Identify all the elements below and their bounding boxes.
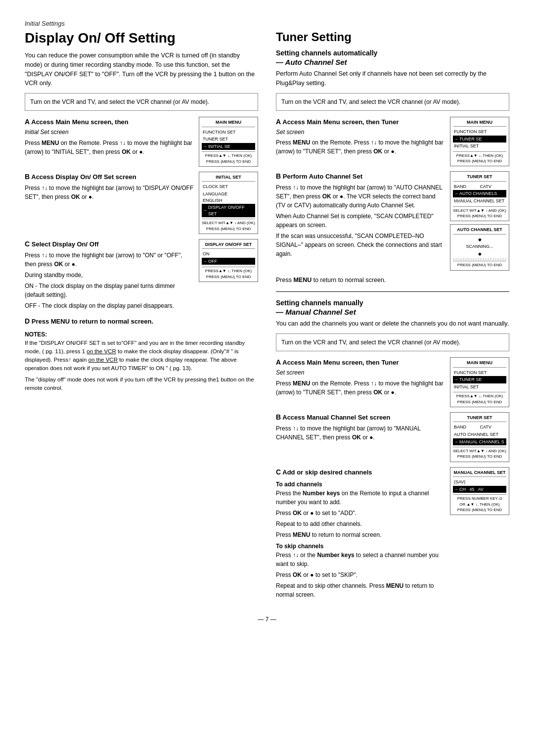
auto-step-a-text: A Access Main Menu screen, then TunerSet…: [276, 117, 445, 158]
auto-scanning-note: Press MENU to return to normal screen.: [276, 276, 509, 285]
manual-step-a-text: A Access Main Menu screen, then TunerSet…: [276, 357, 445, 399]
auto-screen-scanning: AUTO CHANNEL SET ◆ SCANNING... ◆ PRESS (…: [450, 224, 509, 271]
auto-screen-b: TUNER SET BAND CATV AUTO CHANNELS MANUAL…: [450, 171, 509, 221]
auto-info-box: Turn on the VCR and TV, and select the V…: [276, 93, 509, 111]
right-column: Tuner Setting Setting channels automatic…: [276, 30, 509, 606]
manual-step-a: A Access Main Menu screen, then TunerSet…: [276, 357, 509, 407]
auto-step-b: B Perform Auto Channel Set Press ↑↓ to m…: [276, 171, 509, 270]
left-step-b-text: B Access Display On/ Off Set screen Pres…: [25, 172, 194, 203]
manual-screen-b: TUNER SET BAND CATV AUTO CHANNEL SET MAN…: [450, 412, 509, 462]
left-step-a: A Access Main Menu screen, thenInitial S…: [25, 117, 258, 167]
left-screen-b: INITIAL SET CLOCK SET LANGUAGE ENGLISH D…: [199, 172, 258, 234]
manual-subheading: — Manual Channel Set: [276, 308, 509, 316]
left-screen-c: DISPLAY ON/OFF SET ON OFF PRESS▲▼ ↓, THE…: [199, 239, 258, 282]
manual-heading: Setting channels manually: [276, 299, 509, 307]
manual-channel-section: Setting channels manually — Manual Chann…: [276, 299, 509, 601]
left-step-d: D Press MENU to return to normal screen.: [25, 317, 258, 325]
left-step-a-text: A Access Main Menu screen, thenInitial S…: [25, 117, 194, 158]
left-info-box: Turn on the VCR and TV, and select the V…: [25, 93, 258, 111]
manual-screen-a: MAIN MENU FUNCTION SET TUNER SE INITIAL …: [450, 357, 509, 407]
page-wrapper: Initial Settings Display On/ Off Setting…: [25, 20, 509, 623]
left-title: Display On/ Off Setting: [25, 30, 258, 46]
page-header: Initial Settings: [25, 20, 509, 27]
left-step-c: C Select Display On/ Off Press ↑↓ to mov…: [25, 239, 258, 312]
to-add-section: To add channels Press the Number keys on…: [276, 480, 445, 539]
left-screen-a: MAIN MENU FUNCTION SET TUNER SET INITIAL…: [199, 117, 258, 167]
manual-step-c-text: C Add or skip desired channels To add ch…: [276, 467, 445, 601]
left-column: Display On/ Off Setting You can reduce t…: [25, 30, 258, 392]
page-footer: — 7 —: [25, 616, 509, 623]
section-divider: [276, 291, 509, 292]
left-step-c-text: C Select Display On/ Off Press ↑↓ to mov…: [25, 239, 194, 312]
manual-screen-c: MANUAL CHANNEL SET (SAV) CH 45 AV PRESS …: [450, 467, 509, 515]
auto-subheading: — Auto Channel Set: [276, 58, 509, 66]
left-step-b: B Access Display On/ Off Set screen Pres…: [25, 172, 258, 234]
left-intro: You can reduce the power consumption whi…: [25, 51, 258, 88]
manual-step-c: C Add or skip desired channels To add ch…: [276, 467, 509, 601]
to-skip-section: To skip channels Press ↑↓ or the Number …: [276, 542, 445, 599]
auto-intro: Perform Auto Channel Set only if channel…: [276, 69, 509, 88]
auto-screen-a: MAIN MENU FUNCTION SET TUNER SE INITIAL …: [450, 117, 509, 167]
manual-step-b-text: B Access Manual Channel Set screen Press…: [276, 412, 445, 444]
left-notes: NOTES: If the "DISPLAY ON/OFF SET is set…: [25, 330, 258, 393]
auto-channel-section: Setting channels automatically — Auto Ch…: [276, 49, 509, 284]
auto-step-b-text: B Perform Auto Channel Set Press ↑↓ to m…: [276, 171, 445, 260]
auto-heading: Setting channels automatically: [276, 49, 509, 57]
manual-intro: You can add the channels you want or del…: [276, 319, 509, 329]
manual-info-box: Turn on the VCR and TV, and select the V…: [276, 333, 509, 351]
right-title: Tuner Setting: [276, 30, 509, 44]
auto-step-a: A Access Main Menu screen, then TunerSet…: [276, 117, 509, 167]
manual-step-b: B Access Manual Channel Set screen Press…: [276, 412, 509, 462]
